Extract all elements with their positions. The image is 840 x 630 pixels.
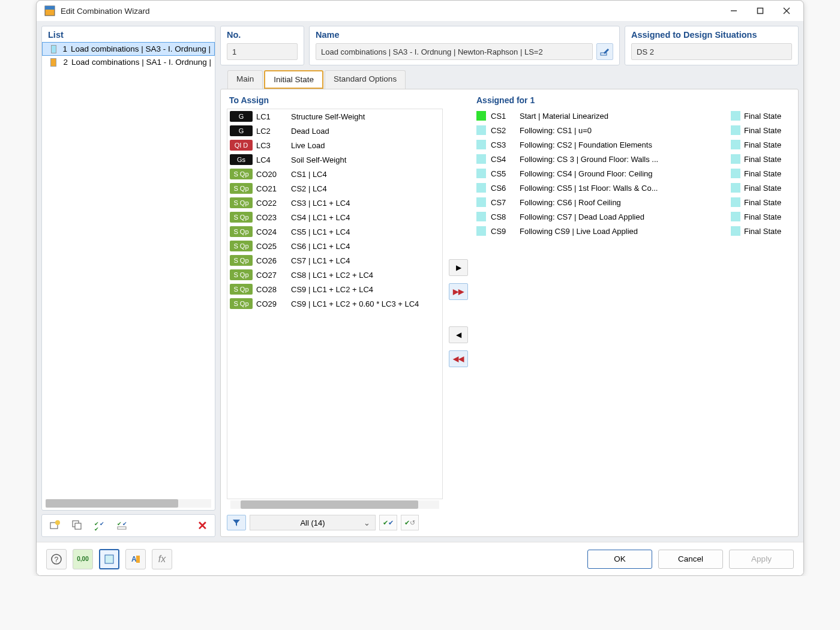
list-item[interactable]: 1 Load combinations | SA3 - I. Ordnung |	[42, 42, 215, 56]
cs-state: Final State	[744, 155, 792, 164]
svg-rect-15	[118, 527, 126, 529]
filter-combo[interactable]: All (14)⌄	[250, 515, 376, 530]
help-button[interactable]: ?	[46, 549, 67, 569]
svg-text:✔: ✔	[100, 521, 104, 527]
assigned-row[interactable]: CS8 Following: CS7 | Dead Load Applied F…	[474, 209, 792, 224]
assigned-table[interactable]: CS1 Start | Material Linearized Final St…	[474, 109, 792, 530]
select-all-button[interactable]: ✔✔	[379, 515, 397, 530]
list-item-number: 1	[61, 44, 67, 53]
status-swatch	[476, 183, 486, 193]
to-assign-row[interactable]: S Qp CO20 CS1 | LC4	[227, 167, 442, 181]
edit-name-button[interactable]	[596, 43, 613, 60]
cancel-button[interactable]: Cancel	[658, 550, 723, 569]
list-items[interactable]: 1 Load combinations | SA3 - I. Ordnung |…	[42, 42, 215, 498]
to-assign-header: To Assign	[227, 95, 443, 109]
load-tag: S Qp	[230, 298, 253, 309]
to-assign-row[interactable]: QI D LC3 Live Load	[227, 138, 442, 152]
cs-id: CS2	[491, 126, 520, 135]
list-item-label: Load combinations | SA3 - I. Ordnung |	[71, 44, 211, 53]
to-assign-row[interactable]: S Qp CO27 CS8 | LC1 + LC2 + LC4	[227, 268, 442, 282]
state-swatch	[731, 154, 740, 164]
cs-state: Final State	[744, 169, 792, 178]
to-assign-row[interactable]: G LC1 Structure Self-Weight	[227, 109, 442, 124]
status-swatch	[476, 154, 486, 164]
assigned-row[interactable]: CS2 Following: CS1 | u=0 Final State	[474, 123, 792, 137]
to-assign-row[interactable]: S Qp CO29 CS9 | LC1 + LC2 + 0.60 * LC3 +…	[227, 296, 442, 311]
list-hscrollbar[interactable]	[46, 499, 211, 508]
state-swatch	[731, 140, 740, 149]
new-item-button[interactable]	[46, 517, 64, 535]
to-assign-row[interactable]: S Qp CO24 CS5 | LC1 + LC4	[227, 224, 442, 239]
to-assign-row[interactable]: S Qp CO26 CS7 | LC1 + LC4	[227, 253, 442, 268]
assigned-row[interactable]: CS7 Following: CS6 | Roof Ceiling Final …	[474, 195, 792, 209]
load-desc: CS7 | LC1 + LC4	[291, 256, 442, 265]
to-assign-row[interactable]: S Qp CO21 CS2 | LC4	[227, 181, 442, 196]
apply-button[interactable]: Apply	[729, 550, 794, 569]
deselect-all-button[interactable]: ✔↺	[401, 515, 419, 530]
no-label: No.	[221, 26, 304, 42]
minimize-button[interactable]	[721, 2, 747, 20]
copy-item-button[interactable]	[68, 517, 86, 535]
ds-field[interactable]: DS 2	[631, 43, 792, 60]
cs-desc: Following: CS5 | 1st Floor: Walls & Co..…	[520, 184, 727, 193]
assigned-row[interactable]: CS1 Start | Material Linearized Final St…	[474, 109, 792, 123]
cs-id: CS9	[491, 227, 520, 236]
fx-button[interactable]: fx	[152, 549, 172, 569]
no-field[interactable]: 1	[227, 43, 298, 60]
load-id: CO21	[256, 184, 291, 193]
load-desc: CS5 | LC1 + LC4	[291, 227, 442, 236]
load-desc: CS2 | LC4	[291, 184, 442, 193]
status-swatch	[476, 226, 486, 236]
filter-button[interactable]	[227, 515, 246, 530]
load-desc: CS4 | LC1 + LC4	[291, 213, 442, 222]
ok-button[interactable]: OK	[587, 550, 652, 569]
name-field[interactable]: Load combinations | SA3 - I. Ordnung | N…	[316, 43, 593, 60]
cs-desc: Following: CS 3 | Ground Floor: Walls ..…	[520, 155, 727, 164]
load-tag: S Qp	[230, 284, 253, 295]
to-assign-hscrollbar[interactable]	[230, 500, 439, 509]
list-item[interactable]: 2 Load combinations | SA1 - I. Ordnung |	[42, 56, 215, 68]
move-right-button[interactable]: ▶	[449, 259, 468, 276]
tab-standard-options[interactable]: Standard Options	[325, 70, 406, 89]
to-assign-row[interactable]: S Qp CO23 CS4 | LC1 + LC4	[227, 210, 442, 224]
assigned-row[interactable]: CS3 Following: CS2 | Foundation Elements…	[474, 137, 792, 152]
to-assign-row[interactable]: S Qp CO25 CS6 | LC1 + LC4	[227, 239, 442, 253]
close-button[interactable]	[773, 2, 800, 20]
tab-main[interactable]: Main	[227, 70, 263, 89]
to-assign-table[interactable]: G LC1 Structure Self-WeightG LC2 Dead Lo…	[227, 109, 443, 499]
svg-text:?: ?	[55, 555, 59, 563]
to-assign-row[interactable]: S Qp CO22 CS3 | LC1 + LC4	[227, 196, 442, 210]
ds-label: Assigned to Design Situations	[625, 26, 798, 42]
maximize-button[interactable]	[747, 2, 773, 20]
cs-desc: Following: CS1 | u=0	[520, 126, 727, 135]
check-all-button[interactable]: ✔✔✔	[91, 517, 109, 535]
assigned-row[interactable]: CS5 Following: CS4 | Ground Floor: Ceili…	[474, 166, 792, 181]
load-id: CO28	[256, 285, 291, 294]
tab-initial-state[interactable]: Initial State	[264, 70, 323, 89]
status-swatch	[476, 111, 486, 121]
move-all-left-button[interactable]: ◀◀	[449, 350, 468, 367]
move-left-button[interactable]: ◀	[449, 326, 468, 343]
load-tag: S Qp	[230, 226, 253, 237]
assigned-row[interactable]: CS4 Following: CS 3 | Ground Floor: Wall…	[474, 152, 792, 166]
svg-text:✔: ✔	[94, 526, 99, 531]
load-id: CO22	[256, 199, 291, 208]
move-all-right-button[interactable]: ▶▶	[449, 283, 468, 300]
load-tag: S Qp	[230, 197, 253, 208]
state-swatch	[731, 183, 740, 193]
to-assign-row[interactable]: S Qp CO28 CS9 | LC1 + LC2 + LC4	[227, 282, 442, 296]
load-id: CO23	[256, 213, 291, 222]
assigned-row[interactable]: CS6 Following: CS5 | 1st Floor: Walls & …	[474, 181, 792, 195]
load-tag: QI D	[230, 140, 253, 151]
load-desc: CS9 | LC1 + LC2 + 0.60 * LC3 + LC4	[291, 299, 442, 308]
to-assign-row[interactable]: G LC2 Dead Load	[227, 124, 442, 138]
delete-item-button[interactable]: ✕	[193, 517, 211, 535]
to-assign-row[interactable]: Gs LC4 Soil Self-Weight	[227, 152, 442, 167]
load-id: LC1	[256, 112, 291, 121]
text-tool-button[interactable]: A	[125, 549, 146, 569]
check-all2-button[interactable]: ✔✔	[114, 517, 132, 535]
units-button[interactable]: 0,00	[73, 549, 93, 569]
colors-button[interactable]	[99, 549, 119, 569]
assigned-row[interactable]: CS9 Following CS9 | Live Load Applied Fi…	[474, 224, 792, 238]
load-tag: S Qp	[230, 269, 253, 280]
